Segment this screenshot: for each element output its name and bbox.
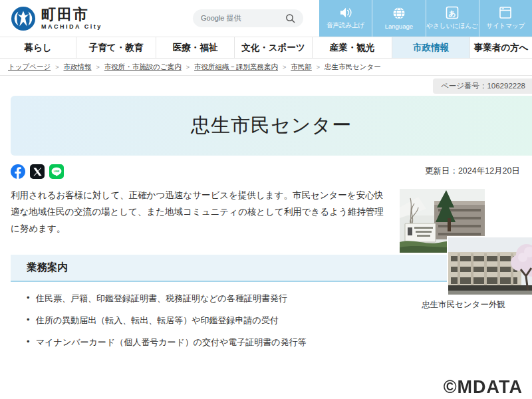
breadcrumb-separator: > [283,64,286,70]
city-name-ja: 町田市 [41,7,102,23]
breadcrumb-link-top[interactable]: トップページ [8,63,51,72]
site-header: 町田市 MACHIDA City Google 提供 音声読み上げ [0,0,532,37]
sitemap-icon [499,6,512,19]
language-label: Language [385,23,413,30]
nav-item-iryo[interactable]: 医療・福祉 [156,37,235,58]
voice-readout-button[interactable]: 音声読み上げ [319,0,372,37]
updated-date: 更新日：2024年12月20日 [425,166,520,177]
sitemap-label: サイトマップ [486,22,525,31]
main-content: 利用されるお客様に対して、正確かつ迅速なサービスを提供します。市民センターを安心… [11,188,532,237]
page-number-badge: ページ番号：106292228 [433,78,532,94]
breadcrumb-separator: > [55,64,59,70]
nav-item-shisei-active[interactable]: 市政情報 [392,37,470,58]
nav-item-kosodate[interactable]: 子育て・教育 [76,37,156,58]
breadcrumb-separator: > [186,64,190,70]
site-search-input[interactable]: Google 提供 [193,9,303,27]
facebook-share-button[interactable] [11,164,25,179]
svg-text:LINE: LINE [54,170,60,173]
breadcrumb-link-shiminbu[interactable]: 市民部 [291,63,312,72]
machida-emblem-icon [11,6,36,31]
svg-text:あ: あ [448,9,456,17]
breadcrumb-separator: > [317,64,320,70]
sitemap-button[interactable]: サイトマップ [479,0,532,37]
search-provider-label: Google 提供 [201,13,241,23]
page-number-row: ページ番号：106292228 [0,76,532,96]
service-item-certificates: 住民票、戸籍、印鑑登録証明書、税務証明などの各種証明書発行 [27,293,532,305]
hiragana-a-icon: あ [446,6,459,19]
language-button[interactable]: Language [372,0,426,37]
easy-japanese-label: やさしいにほんご [426,22,478,31]
breadcrumb-link-shiyakusho[interactable]: 市役所・市施設のご案内 [104,63,182,72]
easy-japanese-button[interactable]: あ やさしいにほんご [426,0,479,37]
service-item-mynumber: マイナンバーカード（個人番号カード）の交付や電子証明書の発行等 [27,336,532,348]
breadcrumb: トップページ > 市政情報 > 市役所・市施設のご案内 > 市役所組織－課別業務… [0,59,532,76]
service-list: 住民票、戸籍、印鑑登録証明書、税務証明などの各種証明書発行 住所の異動届出（転入… [27,293,532,348]
line-share-button[interactable]: LINE [49,164,64,179]
breadcrumb-link-soshiki[interactable]: 市役所組織－課別業務案内 [194,63,278,72]
speaker-icon [338,7,353,19]
global-nav: 暮らし 子育て・教育 医療・福祉 文化・スポーツ 産業・観光 市政情報 事業者の… [0,37,532,59]
x-icon [33,168,42,176]
voice-readout-label: 音声読み上げ [327,21,364,30]
share-row: LINE 更新日：2024年12月20日 [11,164,521,180]
facebook-icon [11,164,25,179]
breadcrumb-current: 忠生市民センター [325,63,381,72]
utility-bar: 音声読み上げ Language あ やさしいにほんご [319,0,532,37]
search-icon[interactable] [285,13,295,23]
machida-city-logo[interactable]: 町田市 MACHIDA City [0,6,102,31]
globe-icon [392,7,406,20]
breadcrumb-separator: > [96,64,100,70]
page-title-banner: 忠生市民センター [11,96,532,156]
city-name-en: MACHIDA City [41,23,102,30]
line-icon: LINE [51,166,63,178]
nav-item-jigyosha[interactable]: 事業者の方へ [470,37,532,58]
page-title: 忠生市民センター [191,112,352,139]
intro-paragraph: 利用されるお客様に対して、正確かつ迅速なサービスを提供します。市民センターを安心… [11,188,384,237]
breadcrumb-link-shisei[interactable]: 市政情報 [64,63,92,72]
nav-item-bunka[interactable]: 文化・スポーツ [235,37,313,58]
service-item-address: 住所の異動届出（転入、転出、転居等）や印鑑登録申請の受付 [27,315,532,327]
mdata-watermark: ©MDATA [444,377,523,398]
nav-item-kurashi[interactable]: 暮らし [0,37,76,58]
x-share-button[interactable] [30,164,45,179]
nav-item-sangyo[interactable]: 産業・観光 [313,37,392,58]
facility-photo-sakura [447,236,532,296]
